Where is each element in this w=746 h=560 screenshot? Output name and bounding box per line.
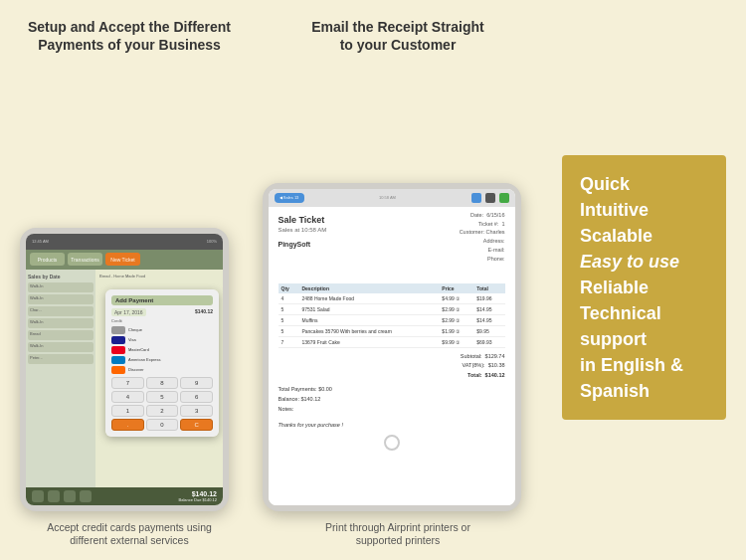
pos-sidebar: Sales by Date Walk-In Walk-In Char... Wa…	[26, 270, 95, 505]
receipt-body: Sale Ticket Sales at 10:58 AM PingySoft …	[269, 207, 515, 505]
numpad-4[interactable]: 4	[111, 391, 144, 403]
sidebar-row: Bread	[28, 330, 93, 340]
item-qty: 5	[279, 325, 299, 336]
features-box: Quick Intuitive Scalable Easy to use Rel…	[562, 155, 726, 421]
payment-date-row: Apr 17, 2016 $140.12	[111, 308, 213, 316]
table-row: 5 Pancakes 35790 With berries and cream …	[279, 325, 505, 336]
print-icon[interactable]	[485, 193, 495, 203]
col-total: Total	[473, 283, 504, 293]
payment-date: Apr 17, 2016	[111, 308, 146, 316]
header-left: Setup and Accept the Different Payments …	[20, 18, 239, 54]
item-qty: 7	[279, 336, 299, 347]
item-price: $2.99 ①	[439, 314, 473, 325]
item-qty: 5	[279, 314, 299, 325]
pos-total: $140.12 Balance Due $140.12	[179, 490, 217, 502]
numpad-dot[interactable]: .	[111, 419, 144, 431]
visa-icon	[111, 336, 125, 344]
numpad-7[interactable]: 7	[111, 377, 144, 389]
item-price: $4.99 ①	[439, 293, 473, 304]
share-icon[interactable]	[471, 193, 481, 203]
numpad: 7 8 9 4 5 6 1 2 3 . 0 C	[111, 377, 213, 431]
numpad-2[interactable]: 2	[146, 405, 179, 417]
item-desc: Muffins	[298, 314, 439, 325]
numpad-6[interactable]: 6	[180, 391, 213, 403]
ipad-right-mockup: ◀ Sales 13 10:58 AM Sale Ticket Sales at…	[263, 183, 521, 511]
payment-method-discover: Discover	[111, 366, 213, 374]
ipad-right-screen: ◀ Sales 13 10:58 AM Sale Ticket Sales at…	[269, 189, 515, 505]
receipt-customer-name: PingySoft	[279, 241, 311, 260]
topbar-icons	[471, 193, 509, 203]
payment-method-cheque: Cheque	[111, 326, 213, 334]
item-desc: Pancakes 35790 With berries and cream	[298, 325, 439, 336]
feature-languages: in English & Spanish	[580, 352, 708, 404]
visa-label: Visa	[128, 337, 136, 342]
numpad-1[interactable]: 1	[111, 405, 144, 417]
receipt-totals-row: Subtotal: $129.74 VAT(8%): $10.38 Total:…	[279, 352, 505, 382]
numpad-clear[interactable]: C	[180, 419, 213, 431]
left-topbar: 12:45 AM 100%	[26, 234, 223, 250]
col-desc: Description	[298, 283, 439, 293]
item-desc: 13679 Fruit Cake	[298, 336, 439, 347]
main-container: Setup and Accept the Different Payments …	[0, 0, 746, 560]
center-header-title: Email the Receipt Straight to your Custo…	[249, 18, 547, 54]
tablets-row: 12:45 AM 100% Products Transactions New …	[20, 64, 726, 510]
cheque-label: Cheque	[128, 327, 142, 332]
pos-body: Sales by Date Walk-In Walk-In Char... Wa…	[26, 270, 223, 505]
col-qty: Qty	[279, 283, 299, 293]
pos-bottom-icons	[32, 490, 92, 502]
pos-bottom-bar: $140.12 Balance Due $140.12	[26, 487, 223, 505]
payment-amount: $140.12	[195, 308, 213, 316]
item-qty: 5	[279, 303, 299, 314]
col-price: Price	[439, 283, 473, 293]
sidebar-row: Walk-In	[28, 294, 93, 304]
feature-intuitive: Intuitive	[580, 197, 708, 223]
payment-methods: Cheque Visa MasterCard	[111, 326, 213, 374]
item-total: $14.95	[473, 303, 504, 314]
numpad-8[interactable]: 8	[146, 377, 179, 389]
item-price: $2.99 ①	[439, 303, 473, 314]
new-ticket-btn[interactable]: New Ticket	[105, 253, 140, 266]
left-header-title: Setup and Accept the Different Payments …	[20, 18, 239, 54]
payment-method-visa: Visa	[111, 336, 213, 344]
pos-icon-1	[32, 490, 44, 502]
numpad-9[interactable]: 9	[180, 377, 213, 389]
sidebar-row: Char...	[28, 306, 93, 316]
item-desc: 2488 Home Made Food	[298, 293, 439, 304]
item-total: $19.96	[473, 293, 504, 304]
sidebar-row: Walk-In	[28, 318, 93, 328]
sidebar-row: Walk-In	[28, 282, 93, 292]
receipt-balance: Balance: $140.12	[279, 395, 505, 405]
receipt-payments: Total Payments: $0.00	[279, 385, 505, 395]
receipt-notes-label: Notes:	[279, 405, 505, 415]
edit-icon[interactable]	[499, 193, 509, 203]
ipad-left-screen: 12:45 AM 100% Products Transactions New …	[26, 234, 223, 505]
payment-title: Add Payment	[111, 295, 213, 305]
feature-quick: Quick	[580, 171, 708, 197]
pos-icon-2	[48, 490, 60, 502]
feature-easy: Easy to use	[580, 249, 708, 275]
sidebar-row: Peter...	[28, 354, 93, 364]
receipt-totals: Subtotal: $129.74 VAT(8%): $10.38 Total:…	[461, 352, 505, 382]
receipt-topbar: ◀ Sales 13 10:58 AM	[269, 189, 515, 207]
header-center: Email the Receipt Straight to your Custo…	[249, 18, 547, 54]
numpad-0[interactable]: 0	[146, 419, 179, 431]
item-price: $9.99 ①	[439, 336, 473, 347]
products-btn[interactable]: Products	[30, 253, 65, 266]
item-total: $9.95	[473, 325, 504, 336]
transactions-btn[interactable]: Transactions	[68, 253, 102, 266]
cheque-icon	[111, 326, 125, 334]
pos-main: Bread - Home Made Food Add Payment Apr 1…	[95, 270, 223, 505]
discover-label: Discover	[128, 367, 144, 372]
ipad-home-button[interactable]	[384, 435, 400, 451]
sales-nav-btn[interactable]: ◀ Sales 13	[275, 193, 304, 203]
ipad-left-mockup: 12:45 AM 100% Products Transactions New …	[20, 228, 229, 511]
feature-support: Technical support	[580, 300, 708, 352]
payment-method-amex: American Express	[111, 356, 213, 364]
receipt-meta: Date: 6/15/16 Ticket #: 1 Customer: Char…	[460, 211, 505, 264]
numpad-5[interactable]: 5	[146, 391, 179, 403]
mastercard-label: MasterCard	[128, 347, 149, 352]
item-price: $1.99 ①	[439, 325, 473, 336]
feature-reliable: Reliable	[580, 275, 708, 300]
numpad-3[interactable]: 3	[180, 405, 213, 417]
table-row: 7 13679 Fruit Cake $9.99 ① $69.93	[279, 336, 505, 347]
